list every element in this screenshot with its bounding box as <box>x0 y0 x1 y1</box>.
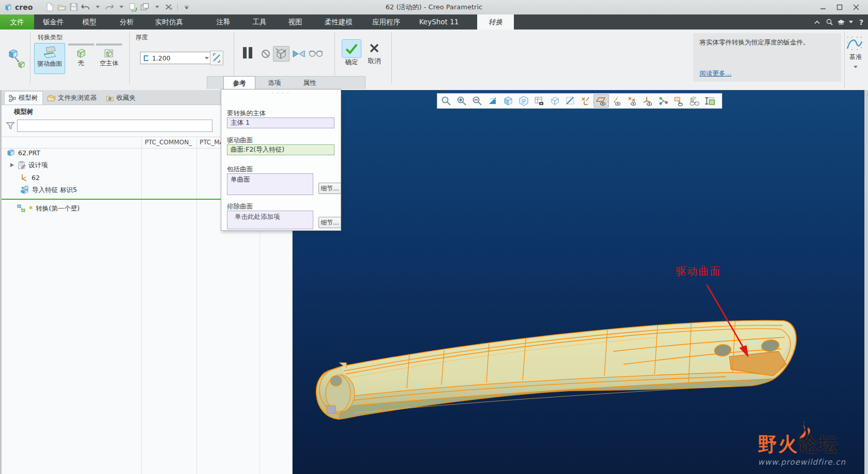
thickness-caret-icon[interactable] <box>205 57 209 60</box>
collapse-ribbon-icon[interactable] <box>812 17 822 27</box>
include-surfaces-box[interactable]: 单曲面 <box>227 173 313 195</box>
view-manager-icon[interactable] <box>531 94 547 108</box>
model-tree-icon <box>9 95 16 102</box>
driving-surface-field[interactable]: 曲面:F2(导入特征) <box>227 144 334 155</box>
learning-connect-icon[interactable] <box>836 17 846 27</box>
graphics-area[interactable]: 驱动曲面 野火论坛 www.proewildfire.cn <box>293 90 864 474</box>
tab-applications[interactable]: 应用程序 <box>363 14 409 29</box>
point-display-icon[interactable] <box>625 94 640 108</box>
verify-toggle[interactable] <box>273 46 290 62</box>
dashboard-tab-options[interactable]: 选项 <box>258 76 291 89</box>
ribbon-separator <box>844 31 845 88</box>
read-more-link[interactable]: 阅读更多... <box>699 69 732 78</box>
datum-display-filters-icon[interactable] <box>578 94 593 108</box>
tree-row-part[interactable]: 62.PRT <box>7 147 40 158</box>
csys-display-icon[interactable] <box>640 94 656 108</box>
perspective-icon[interactable] <box>547 94 562 108</box>
search-icon[interactable] <box>824 17 834 27</box>
learning-caret-icon[interactable] <box>846 17 856 27</box>
tab-flexible[interactable]: 柔性建模 <box>315 14 362 29</box>
regenerate-icon[interactable] <box>128 2 139 12</box>
display-style-icon[interactable] <box>500 94 516 108</box>
convert-feature-small-icon <box>17 204 26 213</box>
designated-area-display-icon[interactable] <box>671 94 687 108</box>
tab-file[interactable]: 文件 <box>0 14 34 29</box>
open-icon[interactable] <box>56 2 67 12</box>
zoom-region-icon[interactable] <box>438 94 454 108</box>
glasses-preview-icon[interactable] <box>309 50 323 57</box>
ok-check-icon <box>342 39 361 58</box>
tab-convert-active[interactable]: 转换 <box>477 14 514 29</box>
section-icon[interactable] <box>562 94 578 108</box>
tree-row-csys[interactable]: 62 <box>20 172 40 183</box>
convert-type-driving-surface[interactable]: 驱动曲面 <box>34 43 65 74</box>
tab-keyshot[interactable]: KeyShot 11 <box>412 14 466 29</box>
folder-browser-icon <box>47 95 55 101</box>
close-window-icon[interactable] <box>163 2 174 12</box>
tree-row-convert-feature[interactable]: * 转换(第一个壁) <box>17 203 80 214</box>
convert-type-shell[interactable]: 壳 <box>68 47 94 72</box>
tab-analysis[interactable]: 分析 <box>110 14 144 29</box>
no-preview-icon[interactable] <box>261 49 270 58</box>
sketch-display-icon[interactable] <box>702 94 718 108</box>
tree-row-design-items[interactable]: 设计项 <box>10 159 48 171</box>
exclude-surfaces-label: 排除曲面 <box>227 202 253 211</box>
undo-caret-icon[interactable] <box>92 2 103 12</box>
tab-sheetmetal[interactable]: 钣金件 <box>35 14 71 29</box>
navigator-tab-model-tree[interactable]: 模型树 <box>4 91 43 105</box>
insertion-locator-line[interactable] <box>2 199 221 200</box>
customize-qat-caret-icon[interactable] <box>181 2 192 12</box>
thickness-input[interactable]: 1.200 <box>140 52 211 64</box>
redo-caret-icon[interactable] <box>116 2 127 12</box>
redo-icon[interactable] <box>104 2 115 12</box>
group-bar <box>68 43 94 46</box>
plane-display-icon[interactable] <box>593 94 609 108</box>
model-tree-filter-input[interactable] <box>17 120 212 132</box>
window-caret-icon[interactable] <box>151 2 162 12</box>
zoom-out-icon[interactable] <box>469 94 485 108</box>
tab-annotate[interactable]: 注释 <box>207 14 240 29</box>
navigator-tab-label: 模型树 <box>19 94 38 102</box>
undo-icon[interactable] <box>80 2 91 12</box>
convert-type-empty-body[interactable]: 空主体 <box>96 47 122 72</box>
tab-view[interactable]: 视图 <box>279 14 312 29</box>
pause-button[interactable] <box>241 46 254 60</box>
repaint-icon[interactable] <box>485 94 500 108</box>
minimize-button[interactable] <box>817 3 829 12</box>
tab-model[interactable]: 模型 <box>72 14 106 29</box>
model-3d[interactable] <box>293 90 864 474</box>
annotation-display-icon[interactable] <box>656 94 671 108</box>
maximize-button[interactable] <box>833 3 846 12</box>
filter-icon[interactable] <box>6 121 15 130</box>
appearances-gallery-icon[interactable] <box>687 94 702 108</box>
navigator-tab-folder-browser[interactable]: 文件夹浏览器 <box>43 91 101 105</box>
datum-caret-icon[interactable] <box>846 66 865 68</box>
zoom-in-icon[interactable] <box>454 94 469 108</box>
tab-tools[interactable]: 工具 <box>243 14 276 29</box>
dashboard-tab-properties[interactable]: 属性 <box>294 76 326 89</box>
new-file-icon[interactable] <box>44 2 55 12</box>
save-icon[interactable] <box>68 2 79 12</box>
datum-group[interactable]: 基准 <box>846 35 865 68</box>
navigator-tab-favorites[interactable]: 收藏夹 <box>102 91 140 105</box>
ok-button[interactable]: 确定 <box>341 39 362 67</box>
window-switch-icon[interactable] <box>140 2 150 12</box>
exclude-surfaces-box[interactable]: 单击此处添加项 <box>227 211 313 229</box>
dashboard-tab-references[interactable]: 参考 <box>223 76 255 89</box>
tree-row-import-feature[interactable]: 导入特征 标识5 <box>20 184 77 196</box>
panel-drag-handle[interactable]: · · · · <box>221 91 341 96</box>
body-to-convert-field[interactable]: 主体 1 <box>227 117 334 128</box>
tab-live-sim[interactable]: 实时仿真 <box>147 14 191 29</box>
column-header-ptc-common[interactable]: PTC_COMMON_ <box>145 139 194 146</box>
close-button[interactable] <box>850 3 862 12</box>
flip-direction-button[interactable] <box>210 51 223 65</box>
exclude-details-button[interactable]: 细节... <box>318 217 341 228</box>
include-details-button[interactable]: 细节... <box>318 183 341 194</box>
help-icon[interactable]: ? <box>856 17 866 27</box>
axis-display-icon[interactable] <box>609 94 625 108</box>
feature-preview-icon[interactable] <box>293 50 305 58</box>
cancel-button[interactable]: 取消 <box>364 39 385 66</box>
saved-orientations-icon[interactable] <box>516 94 531 108</box>
expander-icon[interactable] <box>10 162 14 168</box>
group-bar <box>96 43 122 46</box>
